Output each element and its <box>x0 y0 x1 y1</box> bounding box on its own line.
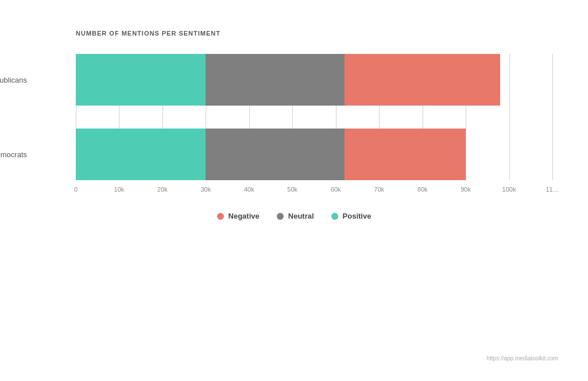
x-tick-label: 100k <box>502 186 516 193</box>
bar-positive <box>76 129 206 180</box>
chart-title: NUMBER OF MENTIONS PER SENTIMENT <box>76 30 558 37</box>
x-tick-label: 80k <box>417 186 428 193</box>
watermark: https://app.mediatoolkit.com <box>486 355 558 361</box>
bar-segments <box>76 129 552 180</box>
bars-area: RepublicansDemocrats <box>30 54 558 180</box>
legend: NegativeNeutralPositive <box>30 212 558 220</box>
bar-positive <box>76 54 206 106</box>
bar-segments <box>76 54 552 106</box>
x-tick-label: 0 <box>74 186 78 193</box>
bar-label: Republicans <box>0 76 27 84</box>
x-tick-label: 60k <box>331 186 341 193</box>
bar-negative <box>345 54 501 106</box>
bar-row: Democrats <box>30 129 558 180</box>
x-tick-label: 20k <box>157 186 168 193</box>
bar-negative <box>345 129 466 180</box>
legend-label-positive: Positive <box>343 212 372 220</box>
legend-item-positive: Positive <box>331 212 372 220</box>
bar-neutral <box>206 54 344 106</box>
x-tick-label: 11… <box>546 186 559 193</box>
legend-label-negative: Negative <box>229 212 260 220</box>
legend-label-neutral: Neutral <box>288 212 314 220</box>
legend-dot-neutral <box>277 213 284 220</box>
legend-dot-negative <box>217 213 224 220</box>
chart-container: NUMBER OF MENTIONS PER SENTIMENT Republi… <box>18 13 570 368</box>
x-tick-label: 10k <box>114 186 125 193</box>
legend-item-neutral: Neutral <box>277 212 314 220</box>
bar-label: Democrats <box>0 150 27 159</box>
x-tick-label: 90k <box>461 186 471 193</box>
x-tick-label: 30k <box>200 186 211 193</box>
x-tick-label: 50k <box>287 186 297 193</box>
chart-bands: RepublicansDemocrats <box>30 54 558 180</box>
bar-neutral <box>206 129 344 180</box>
x-tick-label: 40k <box>244 186 254 193</box>
x-axis: 010k20k30k40k50k60k70k80k90k100k11… <box>76 186 552 197</box>
x-tick-label: 70k <box>374 186 384 193</box>
bar-row: Republicans <box>30 54 558 106</box>
legend-item-negative: Negative <box>217 212 260 220</box>
legend-dot-positive <box>331 213 338 220</box>
